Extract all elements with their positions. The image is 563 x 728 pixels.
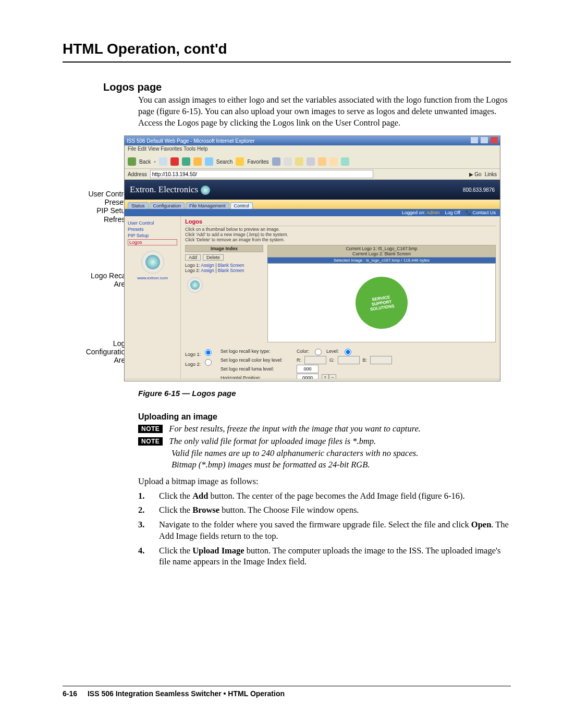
mail-icon[interactable] <box>284 157 292 166</box>
address-input[interactable] <box>150 170 373 178</box>
preview-panel: Current Logo 1: IS_Logo_C167.bmp Current… <box>267 245 496 342</box>
address-bar: Address ▶ Go Links <box>125 169 500 180</box>
step-num: 4. <box>138 545 159 568</box>
key-level-radio[interactable] <box>345 349 351 355</box>
luma-field[interactable] <box>297 365 319 373</box>
back-label[interactable]: Back <box>139 159 151 165</box>
logo1-blank-link[interactable]: Blank Screen <box>218 263 244 268</box>
brand-banner: Extron. Electronics 800.633.9876 <box>125 180 500 200</box>
search-icon[interactable] <box>205 157 213 166</box>
logo1-assign-link[interactable]: Assign <box>201 263 214 268</box>
step-3: Navigate to the folder where you saved t… <box>159 519 511 542</box>
logo2-blank-link[interactable]: Blank Screen <box>218 268 244 273</box>
g-field[interactable] <box>338 356 360 364</box>
step-num: 3. <box>138 519 159 542</box>
note-2c-text: Bitmap (*.bmp) images must be formatted … <box>172 459 511 471</box>
note-2: NOTE The only valid file format for uplo… <box>138 436 511 447</box>
favorites-label[interactable]: Favorites <box>247 159 268 165</box>
role-admin: Admin <box>426 210 440 215</box>
logo1-radio[interactable] <box>205 349 212 356</box>
callout-user-control: User Control <box>81 190 129 198</box>
sidebar-user-control[interactable]: User Control <box>128 220 177 226</box>
main-panel: Logos Click on a thumbnail below to prev… <box>181 216 500 379</box>
delete-button[interactable]: Delete <box>203 254 224 261</box>
sidebar-pip-setup[interactable]: PIP Setup <box>128 233 177 238</box>
footer-text: ISS 506 Integration Seamless Switcher • … <box>88 689 285 698</box>
menu-bar[interactable]: File Edit View Favorites Tools Help <box>125 145 500 155</box>
minimize-icon[interactable] <box>471 137 478 143</box>
tab-file-management[interactable]: File Management <box>186 202 229 209</box>
panel-title-logos: Logos <box>185 218 496 226</box>
history-icon[interactable] <box>272 157 280 166</box>
go-button[interactable]: ▶ Go <box>469 171 482 177</box>
callout-labels: User Control Presets PIP Setup Refresh L… <box>81 190 129 364</box>
maximize-icon[interactable] <box>481 137 488 143</box>
callout-logo-config-2: Configuration <box>81 348 129 356</box>
forward-icon[interactable] <box>159 157 167 166</box>
window-buttons[interactable] <box>470 137 498 144</box>
print-icon[interactable] <box>295 157 303 166</box>
step-num: 1. <box>138 490 159 502</box>
hpos-field[interactable] <box>297 374 319 379</box>
nav-tabs: Status Configuration File Management Con… <box>125 200 500 209</box>
sidebar-logo-thumb[interactable] <box>141 251 164 274</box>
sidebar-thumb-label[interactable]: www.extron.com <box>128 276 177 280</box>
links-label[interactable]: Links <box>485 171 497 177</box>
folder-icon[interactable] <box>318 157 326 166</box>
step-4: Click the Upload Image button. The compu… <box>159 545 511 568</box>
window-titlebar: ISS 506 Default Web Page - Microsoft Int… <box>125 136 500 145</box>
upload-steps: 1.Click the Add button. The center of th… <box>138 490 511 568</box>
figure-6-15: User Control Presets PIP Setup Refresh L… <box>63 135 511 381</box>
callout-refresh: Refresh <box>81 215 129 224</box>
callout-pip-setup: PIP Setup <box>81 206 129 215</box>
logo1-assign-row: Logo 1: Assign | Blank Screen <box>185 263 263 268</box>
r-field[interactable] <box>304 356 326 364</box>
sidebar: User Control Presets PIP Setup Logos www… <box>125 216 181 379</box>
favorites-icon[interactable] <box>236 157 244 166</box>
extron-globe-icon <box>145 255 160 269</box>
tab-configuration[interactable]: Configuration <box>150 202 185 209</box>
logo2-radio[interactable] <box>205 359 212 366</box>
tab-control[interactable]: Control <box>230 202 253 209</box>
add-button[interactable]: Add <box>185 254 201 261</box>
discuss-icon[interactable] <box>329 157 338 166</box>
search-label[interactable]: Search <box>216 159 233 165</box>
messenger-icon[interactable] <box>341 157 349 166</box>
back-icon[interactable] <box>128 157 136 166</box>
sidebar-presets[interactable]: Presets <box>128 227 177 232</box>
contact-link[interactable]: 📞 Contact Us <box>466 210 496 215</box>
close-icon[interactable] <box>491 137 498 143</box>
hpos-down[interactable]: − <box>329 374 336 379</box>
hpos-up[interactable]: + <box>322 374 329 379</box>
home-icon[interactable] <box>193 157 202 166</box>
refresh-icon[interactable] <box>182 157 190 166</box>
callout-logo-config-1: Logo <box>81 339 129 348</box>
note-badge: NOTE <box>138 437 163 446</box>
tab-status[interactable]: Status <box>128 202 149 209</box>
logoff-link[interactable]: Log Off <box>445 210 460 215</box>
rule-top <box>63 61 511 63</box>
note-2b-text: Valid file names are up to 240 alphanume… <box>172 448 511 459</box>
section-body-logos: You can assign images to either logo and… <box>138 94 511 128</box>
step-num: 2. <box>138 504 159 516</box>
preview-image: SERVICESUPPORTSOLUTIONS <box>267 263 496 342</box>
b-field[interactable] <box>370 356 392 364</box>
step-2: Click the Browse button. The Choose File… <box>159 504 511 516</box>
note-2-text: The only valid file format for uploaded … <box>169 436 376 447</box>
service-support-badge-icon: SERVICESUPPORTSOLUTIONS <box>352 273 411 332</box>
image-index-panel: Image Index Add Delete Logo 1: Assign | … <box>185 245 263 342</box>
logo2-assign-link[interactable]: Assign <box>201 268 214 273</box>
callout-logo-recall-2: Area <box>81 280 129 288</box>
sidebar-logos-active[interactable]: Logos <box>128 239 177 245</box>
image-index-header: Image Index <box>185 245 263 252</box>
figure-caption: Figure 6-15 — Logos page <box>138 389 511 398</box>
current-logo-info: Current Logo 1: IS_Logo_C167.bmp Current… <box>267 245 496 257</box>
edit-icon[interactable] <box>307 157 315 166</box>
stop-icon[interactable] <box>170 157 179 166</box>
step-1: Click the Add button. The center of the … <box>159 490 511 502</box>
browser-toolbar[interactable]: Back • Search Favorites <box>125 155 500 169</box>
extron-globe-icon <box>190 280 200 290</box>
key-color-radio[interactable] <box>315 349 322 355</box>
page-footer: 6-16 ISS 506 Integration Seamless Switch… <box>63 686 511 698</box>
index-thumb[interactable] <box>187 277 203 293</box>
